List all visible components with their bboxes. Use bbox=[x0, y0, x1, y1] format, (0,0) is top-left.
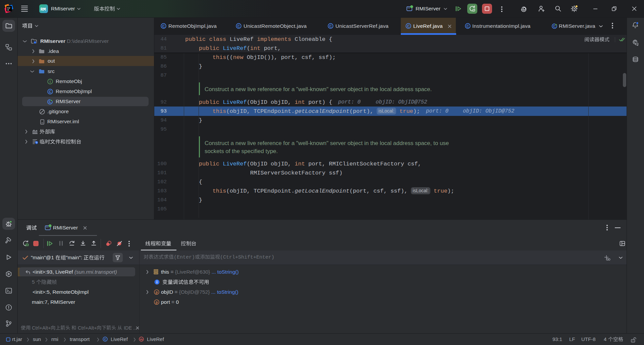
svg-text:I: I bbox=[50, 80, 51, 84]
svg-text:C: C bbox=[237, 24, 240, 28]
svg-text:m: m bbox=[140, 338, 143, 341]
svg-text:C: C bbox=[104, 338, 106, 341]
svg-text:C: C bbox=[162, 24, 165, 28]
svg-text:C: C bbox=[407, 24, 410, 28]
svg-text:RM: RM bbox=[40, 7, 46, 12]
svg-text:p: p bbox=[156, 290, 158, 294]
svg-text:C: C bbox=[49, 90, 52, 94]
svg-text:p: p bbox=[156, 300, 158, 304]
svg-text:C: C bbox=[329, 24, 332, 28]
svg-text:IJ: IJ bbox=[7, 7, 10, 9]
svg-text:C: C bbox=[467, 24, 469, 28]
